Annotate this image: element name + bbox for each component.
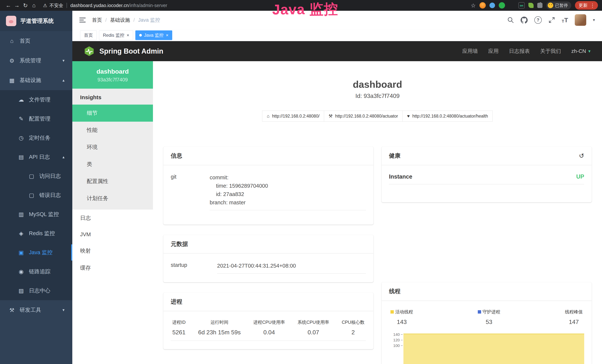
sidebar-item-log-center[interactable]: ▨ 日志中心 xyxy=(0,281,72,300)
sidebar-item-api-log[interactable]: ▤ API 日志 ▴ xyxy=(0,147,72,167)
log-center-icon: ▨ xyxy=(18,288,24,294)
legend-label: 活动线程 xyxy=(390,309,413,315)
sba-item-scheduled-tasks[interactable]: 计划任务 xyxy=(72,190,153,207)
hamburger-icon[interactable] xyxy=(79,17,86,23)
annotation-overlay-text: Java 监控 xyxy=(272,0,338,20)
right-column: 健康 ↺ Instance UP xyxy=(382,147,592,364)
close-icon[interactable]: × xyxy=(166,33,168,37)
actuator-url-link[interactable]: ⚒ http://192.168.0.2:48080/actuator xyxy=(324,110,402,122)
sidebar-item-java-monitor[interactable]: ▣ Java 监控 xyxy=(0,243,72,262)
status-badge: UP xyxy=(576,173,584,180)
extensions-puzzle-icon[interactable] xyxy=(537,3,542,8)
y-tick: 140 xyxy=(393,332,403,337)
sba-sidebar: dashboard 93a3fc7f7409 Insights 细节 性能 环境… xyxy=(72,61,153,364)
active-tab-dot xyxy=(139,34,142,37)
sba-brand[interactable]: Spring Boot Admin xyxy=(84,46,163,57)
sba-item-config-props[interactable]: 配置属性 xyxy=(72,173,153,190)
sidebar-item-error-log[interactable]: ▢ 错误日志 xyxy=(0,186,72,205)
sba-item-jvm[interactable]: JVM xyxy=(72,227,153,242)
sidebar-item-trace[interactable]: ◉ 链路追踪 xyxy=(0,262,72,281)
health-url-link[interactable]: ♥ http://192.168.0.2:48080/actuator/heal… xyxy=(402,110,493,122)
sidebar-item-home[interactable]: ⌂ 首页 xyxy=(0,31,72,51)
app-title: 芋道管理系统 xyxy=(20,17,54,25)
info-key: git xyxy=(171,173,210,210)
nav-about[interactable]: 关于我们 xyxy=(540,48,561,55)
clock-icon: ◷ xyxy=(18,135,24,141)
chevron-down-icon[interactable]: ▾ xyxy=(593,18,595,22)
instance-header[interactable]: dashboard 93a3fc7f7409 xyxy=(72,61,153,89)
legend-live-threads: 活动线程 143 xyxy=(389,309,415,325)
sba-item-classes[interactable]: 类 xyxy=(72,156,153,173)
nav-wallboard[interactable]: 应用墙 xyxy=(462,48,478,55)
paused-label: 已暂停 xyxy=(555,3,568,8)
card-body: 进程ID 5261 运行时间 6d 23h 15m 59s 进程CPU使用率 xyxy=(163,311,373,349)
not-secure-warning-icon[interactable]: ⚠ xyxy=(43,3,47,8)
sba-item-caches[interactable]: 缓存 xyxy=(72,259,153,277)
address-bar[interactable]: ⚠ 不安全 dashboard.yudao.iocoder.cn/infra/a… xyxy=(43,2,167,9)
fullscreen-icon[interactable] xyxy=(548,17,555,23)
sba-item-metrics[interactable]: 性能 xyxy=(72,122,153,139)
sidebar-item-access-log[interactable]: ▢ 访问日志 xyxy=(0,167,72,186)
extension-grid-icon[interactable] xyxy=(509,2,515,8)
sidebar-item-system-manage[interactable]: ⚙ 系统管理 ▾ xyxy=(0,51,72,70)
reload-button[interactable]: ↻ xyxy=(21,1,30,10)
logo-pig-image xyxy=(6,16,16,26)
card-body: Instance UP xyxy=(382,165,592,193)
sidebar-item-config-manage[interactable]: ✎ 配置管理 xyxy=(0,109,72,128)
github-icon[interactable] xyxy=(521,17,528,23)
tab-label: Redis 监控 xyxy=(103,32,124,38)
breadcrumb-infrastructure[interactable]: 基础设施 xyxy=(110,17,130,23)
forward-button[interactable]: → xyxy=(13,1,21,10)
sba-item-environment[interactable]: 环境 xyxy=(72,139,153,156)
extension-green-icon[interactable] xyxy=(499,2,505,9)
security-label: 不安全 xyxy=(49,2,63,9)
menu-label: 配置管理 xyxy=(29,115,50,123)
sidebar-item-redis-monitor[interactable]: ◈ Redis 监控 xyxy=(0,224,72,243)
edit-icon: ✎ xyxy=(18,116,24,122)
tabs-bar: 首页 Redis 监控 × Java 监控 × xyxy=(72,29,602,41)
sidebar-item-dev-tools[interactable]: ⚒ 研发工具 ▾ xyxy=(0,300,72,320)
health-card: 健康 ↺ Instance UP xyxy=(382,147,592,202)
app-logo[interactable]: 芋道管理系统 xyxy=(0,11,72,31)
tab-java-monitor[interactable]: Java 监控 × xyxy=(135,30,172,40)
metric-pid: 进程ID 5261 xyxy=(171,319,187,336)
heart-icon: ♥ xyxy=(407,114,410,119)
history-icon[interactable]: ↺ xyxy=(579,152,584,160)
extension-drop-icon[interactable] xyxy=(489,3,495,8)
kebab-menu-icon[interactable]: ⋮ xyxy=(590,3,595,8)
bookmark-star-icon[interactable]: ☆ xyxy=(471,2,476,9)
close-icon[interactable]: × xyxy=(127,33,129,37)
instance-name: dashboard xyxy=(78,68,147,75)
sba-item-mappings[interactable]: 映射 xyxy=(72,242,153,259)
nav-applications[interactable]: 应用 xyxy=(488,48,499,55)
link-url: http://192.168.0.2:48080/actuator/health xyxy=(412,114,488,119)
extension-fox-icon[interactable] xyxy=(479,2,486,9)
back-button[interactable]: ← xyxy=(4,1,13,10)
extension-leaf-icon[interactable] xyxy=(528,3,534,8)
nav-journal[interactable]: 日志报表 xyxy=(509,48,530,55)
sba-item-logs[interactable]: 日志 xyxy=(72,210,153,227)
font-size-icon[interactable]: TT xyxy=(562,17,568,24)
insights-group: Insights 细节 性能 环境 类 配置属性 计划任务 xyxy=(72,89,153,210)
profile-paused-badge[interactable]: 已暂停 xyxy=(546,1,571,10)
update-button[interactable]: 更新 ⋮ xyxy=(575,1,598,10)
breadcrumb-home[interactable]: 首页 xyxy=(92,17,102,23)
locale-select[interactable]: zh-CN ▾ xyxy=(571,48,591,54)
help-icon[interactable]: ? xyxy=(534,16,542,24)
extension-switch-icon[interactable]: on xyxy=(518,2,525,9)
app-shell: 芋道管理系统 ⌂ 首页 ⚙ 系统管理 ▾ ▦ 基础设施 ▴ ☁ 文件管理 xyxy=(0,11,602,364)
avatar[interactable] xyxy=(575,14,586,26)
sidebar-item-mysql-monitor[interactable]: ▥ MySQL 监控 xyxy=(0,205,72,224)
service-url-link[interactable]: ⌂ http://192.168.0.2:48080/ xyxy=(262,110,324,122)
chart-y-axis: 140 120 100 xyxy=(389,332,403,364)
sba-nav-items: 应用墙 应用 日志报表 关于我们 zh-CN ▾ xyxy=(462,48,591,55)
tab-redis-monitor[interactable]: Redis 监控 × xyxy=(99,30,133,40)
tab-home[interactable]: 首页 xyxy=(80,30,97,40)
sidebar-item-infrastructure[interactable]: ▦ 基础设施 ▴ xyxy=(0,70,72,90)
sidebar-item-file-manage[interactable]: ☁ 文件管理 xyxy=(0,90,72,109)
browser-home-button[interactable]: ⌂ xyxy=(30,1,38,10)
sidebar-item-cron-job[interactable]: ◷ 定时任务 xyxy=(0,128,72,147)
instance-subtitle: Id: 93a3fc7f7409 xyxy=(163,93,592,99)
search-icon[interactable] xyxy=(507,17,514,23)
sba-item-details[interactable]: 细节 xyxy=(72,105,153,122)
